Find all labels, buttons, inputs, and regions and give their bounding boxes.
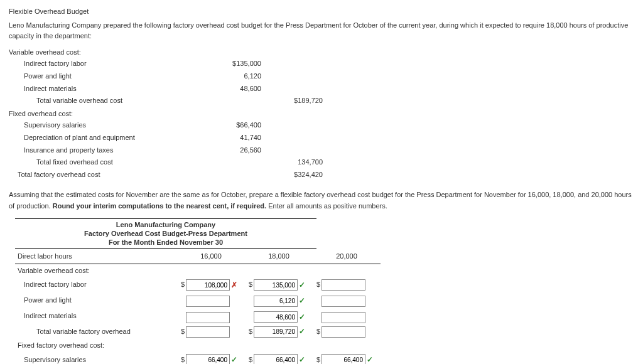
row-amount: 6,120	[202, 70, 264, 83]
instructions-text: Assuming that the estimated costs for No…	[9, 191, 632, 210]
flexible-budget-table: Direct labor hours16,00018,00020,000Vari…	[15, 250, 381, 364]
amount-input[interactable]	[186, 279, 230, 291]
amount-input[interactable]	[322, 312, 365, 323]
flex-row-label: Supervisory salaries	[15, 353, 177, 364]
cross-icon: ✗	[231, 279, 239, 291]
amount-input[interactable]	[186, 312, 230, 323]
report-heading: Leno Manufacturing Company Factory Overh…	[15, 218, 316, 249]
check-icon: ✓	[299, 295, 306, 307]
budget-table-fixed: Supervisory salaries$66,400 Depreciation…	[15, 119, 325, 181]
amount-input[interactable]	[254, 354, 298, 364]
check-icon: ✓	[299, 311, 306, 323]
row-amount: 26,560	[202, 144, 264, 157]
row-label: Indirect materials	[15, 83, 202, 95]
check-icon: ✓	[231, 354, 239, 364]
page-title: Flexible Overhead Budget	[9, 6, 634, 18]
dollar-sign: $	[315, 326, 320, 338]
row-label: Insurance and property taxes	[15, 144, 202, 157]
amount-input[interactable]	[322, 279, 365, 291]
dollar-sign: $	[180, 355, 185, 364]
amount-input[interactable]	[322, 354, 365, 364]
row-label: Total fixed overhead cost	[15, 156, 202, 169]
dollar-sign: $	[247, 326, 252, 338]
row-amount: 48,600	[202, 83, 264, 95]
report-company: Leno Manufacturing Company	[15, 220, 316, 229]
flex-row-label: Power and light	[15, 292, 177, 309]
report-period: For the Month Ended November 30	[15, 238, 316, 247]
variable-head: Variable overhead cost:	[9, 47, 634, 58]
dollar-sign: $	[315, 279, 320, 291]
amount-input[interactable]	[322, 326, 365, 338]
row-amount: $324,420	[264, 169, 325, 181]
flex-row-label: Indirect materials	[15, 308, 177, 324]
hours-col: 16,000	[177, 250, 245, 264]
intro-text: Leno Manufacturing Company prepared the …	[9, 20, 634, 42]
amount-input[interactable]	[186, 354, 230, 364]
budget-table: Indirect factory labor$135,000 Power and…	[15, 58, 325, 107]
amount-input[interactable]	[254, 296, 298, 307]
amount-input[interactable]	[186, 326, 230, 338]
row-amount: $189,720	[264, 95, 325, 107]
row-label: Total factory overhead cost	[15, 169, 202, 181]
flex-row-label: Total variable factory overhead	[15, 324, 177, 339]
report-subtitle: Factory Overhead Cost Budget-Press Depar…	[15, 229, 316, 238]
amount-input[interactable]	[254, 279, 298, 291]
row-amount: $66,400	[202, 119, 264, 132]
fixed-head: Fixed overhead cost:	[9, 109, 634, 120]
flex-row-label: Fixed factory overhead cost:	[15, 339, 177, 353]
row-amount: $135,000	[202, 58, 264, 70]
check-icon: ✓	[299, 354, 306, 364]
instructions: Assuming that the estimated costs for No…	[9, 190, 634, 211]
row-label: Depreciation of plant and equipment	[15, 132, 202, 144]
flex-row-label: Variable overhead cost:	[15, 264, 177, 277]
dollar-sign: $	[247, 355, 252, 364]
dollar-sign: $	[180, 326, 185, 338]
hours-label: Direct labor hours	[15, 250, 177, 264]
hours-col: 20,000	[313, 250, 381, 264]
flex-row-label: Indirect factory labor	[15, 278, 177, 292]
check-icon: ✓	[367, 354, 374, 364]
check-icon: ✓	[299, 326, 306, 338]
hours-col: 18,000	[245, 250, 313, 264]
row-amount: 134,700	[264, 156, 325, 169]
amount-input[interactable]	[322, 296, 365, 307]
dollar-sign: $	[180, 279, 185, 291]
row-label: Indirect factory labor	[15, 58, 202, 70]
row-label: Supervisory salaries	[15, 119, 202, 132]
row-amount: 41,740	[202, 132, 264, 144]
amount-input[interactable]	[186, 296, 230, 307]
dollar-sign: $	[247, 279, 252, 291]
amount-input[interactable]	[254, 326, 298, 338]
row-label: Power and light	[15, 70, 202, 83]
amount-input[interactable]	[254, 311, 298, 323]
row-label: Total variable overhead cost	[15, 95, 202, 107]
dollar-sign: $	[315, 355, 320, 364]
check-icon: ✓	[299, 279, 306, 291]
